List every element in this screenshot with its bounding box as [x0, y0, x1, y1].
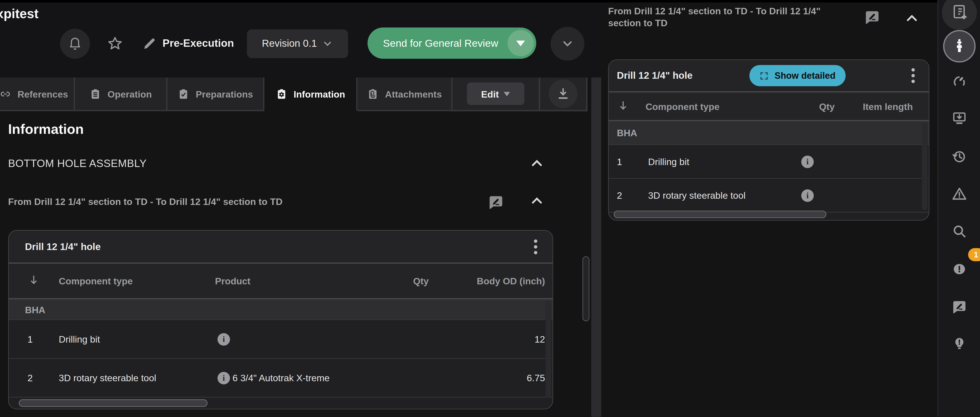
col-qty[interactable]: Qty [800, 101, 835, 111]
lightbulb-icon [951, 336, 967, 353]
component-type-cell: Drilling bit [59, 334, 215, 344]
bha-tool-icon [951, 37, 967, 55]
comment-button[interactable] [488, 194, 504, 209]
tab-references[interactable]: References [0, 78, 75, 111]
send-for-review-label: Send for General Review [368, 37, 508, 49]
bha-table-card: Drill 12 1/4" hole Component type Produc… [8, 230, 553, 409]
rail-comment-button[interactable] [945, 294, 973, 321]
tab-attachments[interactable]: Attachments [358, 78, 453, 111]
edit-label: Edit [481, 89, 499, 99]
send-for-review-dropdown[interactable] [508, 30, 534, 56]
revision-dropdown[interactable]: Revision 0.1 [247, 29, 348, 58]
side-table-header-row: Component type Qty Item length [609, 92, 929, 121]
side-table-vertical-scroll-track[interactable] [922, 123, 928, 210]
side-panel-title: From Drill 12 1/4" section to TD - To Dr… [608, 5, 851, 29]
table-row[interactable]: 1 Drilling bit i 12 [9, 320, 552, 358]
table-title: Drill 12 1/4" hole [25, 241, 101, 252]
col-product[interactable]: Product [215, 275, 376, 286]
col-qty[interactable]: Qty [376, 275, 429, 286]
page-title: Information [8, 121, 84, 137]
notifications-bell-button[interactable] [60, 29, 90, 59]
app-window: xpitest Pre-Execution Revision 0.1 Send … [0, 0, 980, 417]
col-item-length[interactable]: Item length [835, 101, 929, 111]
side-bha-table-card: Drill 12 1/4" hole Show detailed Compone… [608, 59, 929, 221]
component-type-cell: Drilling bit [648, 156, 798, 167]
tab-label: Attachments [385, 89, 442, 99]
rail-warning-button[interactable] [945, 181, 973, 208]
info-icon[interactable]: i [801, 189, 814, 202]
rail-clipboard-add-button[interactable] [942, 0, 977, 30]
panel-divider [591, 78, 601, 417]
right-icon-rail: 1 [937, 0, 980, 417]
side-table-title-row: Drill 12 1/4" hole Show detailed [609, 60, 929, 92]
col-body-od[interactable]: Body OD (inch) [429, 275, 545, 286]
edit-pencil-icon [141, 35, 158, 52]
dropdown-triangle-icon [516, 40, 525, 46]
edit-segment: Edit [453, 78, 540, 111]
gauge-icon [951, 73, 967, 92]
comment-button[interactable] [864, 9, 881, 24]
col-component-type[interactable]: Component type [59, 275, 215, 286]
group-label: BHA [25, 304, 45, 315]
send-for-review-button[interactable]: Send for General Review [368, 27, 536, 59]
run-title: From Drill 12 1/4" section to TD - To Dr… [8, 196, 282, 207]
collapse-panel-button[interactable] [904, 10, 920, 26]
product-cell: 6 3/4" Autotrak X-treme [232, 372, 377, 383]
download-segment [540, 78, 587, 111]
rail-bha-tool-button-selected[interactable] [943, 30, 975, 62]
tab-operation[interactable]: Operation [75, 78, 167, 111]
revision-label: Revision 0.1 [262, 38, 317, 49]
table-row[interactable]: 1 Drilling bit i [609, 145, 929, 179]
chevron-down-icon [561, 37, 574, 51]
tab-information[interactable]: Information [264, 78, 357, 111]
table-horizontal-scrollbar[interactable] [19, 399, 208, 407]
assembly-section-title: BOTTOM HOLE ASSEMBLY [8, 158, 147, 170]
show-detailed-button[interactable]: Show detailed [749, 65, 845, 86]
collapse-section-button[interactable] [529, 155, 545, 171]
body-od-cell: 6.75 [429, 372, 545, 383]
info-icon[interactable]: i [218, 372, 230, 384]
edit-dropdown-button[interactable]: Edit [467, 83, 524, 105]
download-button[interactable] [549, 80, 578, 108]
app-title: xpitest [0, 6, 39, 21]
sort-arrow-icon[interactable] [27, 274, 40, 286]
clipboard-paperclip-icon [367, 88, 379, 100]
screen-download-icon [951, 110, 967, 128]
expand-icon [760, 71, 769, 80]
status-label: Pre-Execution [162, 37, 234, 50]
rail-history-button[interactable] [945, 143, 973, 170]
sort-arrow-icon[interactable] [617, 99, 629, 111]
table-vertical-scroll-track[interactable] [546, 301, 551, 398]
rail-alerts-button[interactable]: 1 [945, 256, 973, 283]
clipboard-add-icon [950, 3, 968, 22]
search-icon [951, 223, 967, 241]
tab-label: Operation [108, 89, 152, 99]
alert-circle-icon [951, 260, 967, 279]
tab-bar: References Operation Preparations Inform… [0, 78, 587, 111]
table-menu-kebab[interactable] [525, 236, 546, 257]
favorite-star-icon[interactable] [106, 35, 124, 53]
collapse-header-button[interactable] [550, 27, 584, 60]
row-number: 1 [617, 156, 648, 167]
side-table-menu-kebab[interactable] [902, 65, 924, 86]
tab-preparations[interactable]: Preparations [167, 78, 264, 111]
side-table-horizontal-scrollbar[interactable] [614, 211, 826, 218]
table-row[interactable]: 2 3D rotary steerable tool i 6 3/4" Auto… [9, 359, 552, 398]
group-label: BHA [617, 127, 637, 138]
collapse-run-button[interactable] [529, 193, 545, 209]
rail-screen-download-button[interactable] [945, 105, 973, 132]
col-component-type[interactable]: Component type [646, 101, 783, 111]
table-row[interactable]: 2 3D rotary steerable tool i [609, 179, 929, 212]
rail-lightbulb-button[interactable] [945, 331, 973, 358]
download-icon [556, 87, 570, 101]
bell-icon [67, 36, 83, 51]
side-panel: From Drill 12 1/4" section to TD - To Dr… [601, 2, 937, 417]
main-content: Information BOTTOM HOLE ASSEMBLY From Dr… [0, 111, 591, 417]
tab-label: References [18, 89, 68, 99]
info-icon[interactable]: i [218, 333, 230, 345]
main-vertical-scrollbar[interactable] [582, 256, 589, 321]
rail-gauge-button[interactable] [945, 69, 973, 96]
info-icon[interactable]: i [801, 155, 814, 168]
rail-search-button[interactable] [945, 218, 973, 245]
clipboard-gear-icon [275, 88, 288, 100]
